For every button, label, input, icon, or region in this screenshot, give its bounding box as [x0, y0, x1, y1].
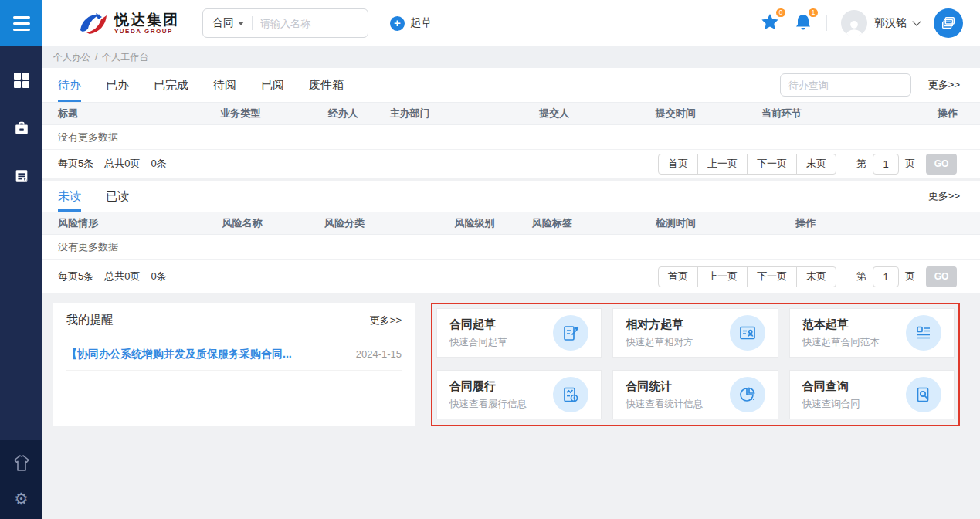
- last-page-button[interactable]: 末页: [796, 154, 836, 175]
- plus-circle-icon: +: [390, 16, 405, 31]
- chevron-down-icon: [912, 17, 921, 25]
- reminders-more-link[interactable]: 更多>>: [370, 314, 402, 327]
- search-input[interactable]: [260, 18, 345, 29]
- quick-card-counterparty-draft[interactable]: 相对方起草快速起草相对方: [612, 308, 778, 358]
- gear-icon[interactable]: ⚙: [12, 490, 31, 508]
- briefcase-icon[interactable]: [12, 119, 31, 137]
- reminder-date: 2024-1-15: [356, 348, 402, 360]
- next-page-button[interactable]: 下一页: [747, 266, 797, 287]
- layers-icon: [941, 15, 956, 31]
- breadcrumb-page: 个人工作台: [102, 51, 148, 64]
- reminders-card: 我的提醒 更多>> 【协同办公系统增购并发及质保服务采购合同... 2024-1…: [53, 303, 415, 426]
- quick-actions-highlight-box: 合同起草快速合同起草 相对方起草快速起草相对方 范本起草快速起草合同范本: [431, 303, 960, 426]
- workspace-switch-button[interactable]: [934, 8, 963, 38]
- todo-table-header: 标题 业务类型 经办人 主办部门 提交人 提交时间 当前环节 操作: [42, 102, 980, 125]
- first-page-button[interactable]: 首页: [658, 266, 698, 287]
- breadcrumb: 个人办公 / 个人工作台: [42, 46, 980, 68]
- main-area: 悦达集团 YUEDA GROUP 合同 + 起草 0: [42, 0, 980, 519]
- favorites-badge: 0: [775, 7, 787, 19]
- go-button[interactable]: GO: [926, 154, 957, 175]
- risk-panel: 未读 已读 更多>> 风险情形 风险名称 风险分类 风险级别 风险标签 检测时间…: [42, 181, 980, 293]
- logo-subtitle: YUEDA GROUP: [114, 29, 179, 35]
- bottom-row: 我的提醒 更多>> 【协同办公系统增购并发及质保服务采购合同... 2024-1…: [42, 293, 980, 426]
- todo-more-link[interactable]: 更多>>: [928, 78, 960, 92]
- search-category-dropdown[interactable]: 合同: [212, 16, 244, 30]
- chevron-down-icon: [238, 22, 244, 25]
- notifications-badge: 1: [807, 7, 819, 19]
- user-menu[interactable]: 郭汉铭: [841, 10, 920, 36]
- content: 待办 已办 已完成 待阅 已阅 废件箱 更多>> 标题 业务类型 经: [42, 68, 980, 519]
- last-page-button[interactable]: 末页: [796, 266, 836, 287]
- quick-card-template-draft[interactable]: 范本起草快速起草合同范本: [789, 308, 955, 358]
- tab-todo[interactable]: 待办: [58, 68, 81, 102]
- todo-tabs: 待办 已办 已完成 待阅 已阅 废件箱: [58, 68, 368, 102]
- menu-icon[interactable]: [0, 0, 42, 46]
- quick-card-contract-draft[interactable]: 合同起草快速合同起草: [436, 308, 602, 358]
- risk-empty-state: 没有更多数据: [42, 235, 980, 260]
- quick-card-contract-statistics[interactable]: 合同统计快速查看统计信息: [612, 370, 778, 419]
- pie-chart-icon: [730, 377, 765, 412]
- prev-page-button[interactable]: 上一页: [697, 266, 748, 287]
- quick-card-contract-performance[interactable]: 合同履行快速查看履行信息: [436, 370, 602, 419]
- logo: 悦达集团 YUEDA GROUP: [77, 10, 179, 36]
- first-page-button[interactable]: 首页: [658, 154, 698, 175]
- contact-card-icon: [730, 315, 765, 351]
- topbar: 悦达集团 YUEDA GROUP 合同 + 起草 0: [42, 0, 980, 46]
- draft-button[interactable]: + 起草: [390, 16, 432, 31]
- tab-completed[interactable]: 已完成: [154, 68, 188, 102]
- reminder-item[interactable]: 【协同办公系统增购并发及质保服务采购合同... 2024-1-15: [66, 338, 402, 371]
- sidebar-bottom: ⚙: [0, 440, 42, 519]
- risk-tabs: 未读 已读: [58, 181, 154, 212]
- favorites-button[interactable]: 0: [760, 12, 780, 35]
- prev-page-button[interactable]: 上一页: [697, 154, 748, 175]
- breadcrumb-section[interactable]: 个人办公: [53, 51, 90, 64]
- risk-pagination: 每页5条 总共0页 0条 首页 上一页 下一页 末页 第: [42, 260, 980, 293]
- tab-trash[interactable]: 废件箱: [309, 68, 344, 102]
- app-root: ⚙ 悦达集团 YUEDA GROUP 合同: [0, 0, 980, 519]
- document-list-icon[interactable]: [12, 167, 31, 185]
- notifications-button[interactable]: 1: [794, 12, 812, 35]
- tab-unread[interactable]: 未读: [58, 181, 81, 212]
- doc-edit-icon: [553, 315, 588, 351]
- apps-grid-icon[interactable]: [12, 71, 31, 90]
- global-search: 合同: [202, 8, 368, 38]
- todo-empty-state: 没有更多数据: [42, 125, 980, 150]
- doc-clock-icon: [553, 377, 588, 412]
- template-icon: [906, 315, 941, 351]
- doc-search-icon: [906, 377, 941, 412]
- risk-more-link[interactable]: 更多>>: [928, 189, 960, 203]
- tab-read-risks[interactable]: 已读: [106, 181, 129, 212]
- tab-to-read[interactable]: 待阅: [213, 68, 236, 102]
- risk-table-header: 风险情形 风险名称 风险分类 风险级别 风险标签 检测时间 操作: [42, 212, 980, 235]
- todo-pagination: 每页5条 总共0页 0条 首页 上一页 下一页 末页 第: [42, 150, 980, 178]
- tshirt-icon[interactable]: [12, 454, 31, 473]
- page-number-input[interactable]: [873, 154, 899, 175]
- sidebar: ⚙: [0, 0, 42, 519]
- username: 郭汉铭: [874, 16, 907, 30]
- logo-title: 悦达集团: [114, 12, 179, 27]
- todo-panel: 待办 已办 已完成 待阅 已阅 废件箱 更多>> 标题 业务类型 经: [42, 68, 980, 178]
- logo-icon: [77, 10, 110, 36]
- tab-done[interactable]: 已办: [106, 68, 129, 102]
- page-number-input[interactable]: [873, 266, 899, 287]
- reminder-link[interactable]: 【协同办公系统增购并发及质保服务采购合同...: [66, 348, 292, 361]
- next-page-button[interactable]: 下一页: [747, 154, 797, 175]
- todo-search-input[interactable]: [780, 73, 911, 97]
- tab-read[interactable]: 已阅: [261, 68, 284, 102]
- quick-card-contract-search[interactable]: 合同查询快速查询合同: [789, 370, 955, 419]
- go-button[interactable]: GO: [926, 266, 957, 287]
- avatar: [841, 10, 867, 36]
- reminders-title: 我的提醒: [66, 313, 113, 327]
